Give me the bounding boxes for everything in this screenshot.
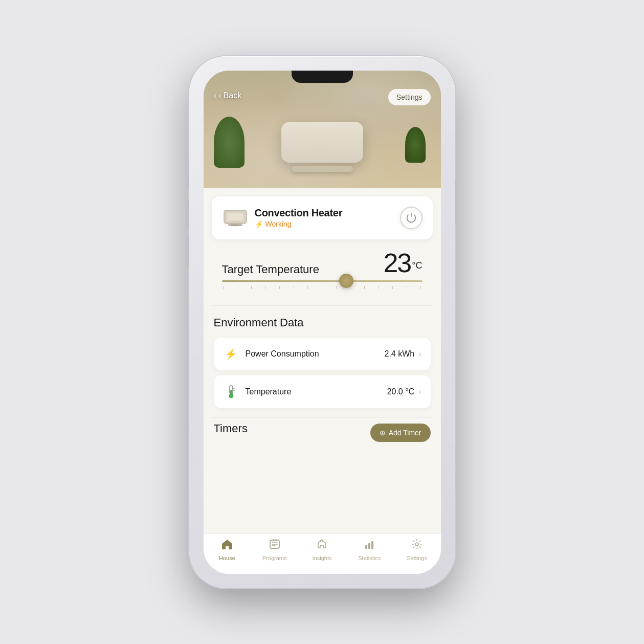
temperature-slider-track[interactable] — [222, 280, 423, 282]
temperature-slider-thumb[interactable] — [339, 274, 353, 288]
power-consumption-card[interactable]: ⚡ Power Consumption 2.4 kWh › — [214, 338, 431, 370]
main-content: Convection Heater ⚡ Working — [204, 188, 441, 574]
svg-rect-17 — [371, 541, 373, 549]
settings-icon — [411, 539, 423, 553]
svg-rect-16 — [368, 543, 370, 549]
device-card: Convection Heater ⚡ Working — [212, 196, 433, 239]
power-consumption-value: 2.4 kWh — [384, 349, 414, 359]
statistics-icon — [364, 539, 375, 553]
tick-3 — [251, 286, 252, 289]
status-bolt-icon: ⚡ — [255, 220, 263, 228]
phone-shell: ‹ ‹ Back Settings — [189, 56, 455, 588]
tab-settings[interactable]: Settings — [393, 538, 441, 561]
device-icon — [222, 205, 249, 231]
tick-5 — [279, 286, 280, 289]
temperature-slider-container — [222, 276, 423, 297]
tab-bar: House Programs — [204, 533, 441, 574]
plant-right-decoration — [405, 127, 426, 163]
phone-wrapper: ‹ ‹ Back Settings — [189, 56, 455, 588]
tick-14 — [407, 286, 407, 289]
tab-statistics[interactable]: Statistics — [346, 538, 393, 561]
device-info: Convection Heater ⚡ Working — [255, 207, 394, 228]
timers-section: Timers ⊕ Add Timer — [204, 418, 441, 458]
tick-1 — [223, 286, 224, 289]
svg-rect-6 — [230, 390, 232, 395]
tick-13 — [392, 286, 393, 289]
tick-8 — [322, 286, 322, 289]
back-button[interactable]: ‹ ‹ Back — [214, 91, 242, 100]
tab-insights[interactable]: Insights — [298, 538, 346, 561]
notch — [292, 71, 353, 83]
insights-icon — [316, 539, 327, 553]
thermometer-icon — [227, 385, 236, 399]
tick-11 — [364, 286, 365, 289]
tab-programs[interactable]: Programs — [251, 538, 298, 561]
heater-device-icon — [223, 208, 248, 228]
power-button[interactable] — [400, 207, 423, 229]
heater-illustration — [281, 122, 363, 173]
tab-statistics-label: Statistics — [358, 555, 381, 561]
tick-7 — [307, 286, 308, 289]
temperature-env-label: Temperature — [246, 387, 387, 396]
svg-rect-15 — [365, 545, 367, 549]
slider-ticks — [222, 286, 423, 289]
settings-overlay-button[interactable]: Settings — [388, 89, 431, 105]
svg-rect-3 — [231, 225, 239, 226]
tick-15 — [420, 286, 421, 289]
tab-house-label: House — [219, 555, 235, 561]
tab-house[interactable]: House — [204, 538, 251, 561]
svg-rect-1 — [227, 213, 243, 221]
power-consumption-label: Power Consumption — [246, 349, 385, 359]
add-timer-label: Add Timer — [389, 429, 421, 437]
settings-overlay-label: Settings — [396, 93, 423, 101]
power-chevron-icon: › — [418, 349, 421, 359]
device-name: Convection Heater — [255, 207, 394, 219]
house-icon — [221, 539, 233, 553]
device-status: ⚡ Working — [255, 220, 394, 228]
tick-2 — [237, 286, 237, 289]
heater-body — [281, 122, 363, 163]
back-label: ‹ Back — [218, 91, 241, 100]
timers-header: Timers ⊕ Add Timer — [214, 422, 431, 443]
svg-rect-14 — [275, 539, 277, 541]
power-icon-wrapper: ⚡ — [223, 346, 239, 362]
temperature-section: Target Temperature 23°C — [212, 239, 433, 305]
add-timer-button[interactable]: ⊕ Add Timer — [370, 424, 431, 442]
timers-title: Timers — [214, 422, 248, 435]
add-timer-plus-icon: ⊕ — [380, 429, 386, 437]
temperature-display-row: Target Temperature 23°C — [222, 250, 423, 276]
svg-point-18 — [415, 543, 418, 546]
thermometer-icon-wrapper — [223, 384, 239, 400]
tab-settings-label: Settings — [407, 555, 427, 561]
tab-programs-label: Programs — [262, 555, 287, 561]
tab-insights-label: Insights — [313, 555, 332, 561]
temperature-env-value: 20.0 °C — [387, 387, 415, 396]
status-text: Working — [265, 220, 292, 228]
svg-rect-13 — [273, 539, 274, 541]
environment-title: Environment Data — [214, 316, 431, 329]
environment-section: Environment Data ⚡ Power Consumption 2.4… — [204, 306, 441, 417]
temperature-card[interactable]: Temperature 20.0 °C › — [214, 375, 431, 408]
phone-screen: ‹ ‹ Back Settings — [204, 71, 441, 574]
tick-12 — [379, 286, 379, 289]
temperature-chevron-icon: › — [418, 387, 421, 396]
temperature-value: 23 — [383, 248, 411, 278]
back-chevron-icon: ‹ — [214, 91, 216, 100]
tick-9 — [336, 286, 337, 289]
programs-icon — [269, 539, 280, 553]
hero-image: ‹ ‹ Back Settings — [204, 71, 441, 188]
bolt-icon: ⚡ — [225, 348, 237, 360]
temperature-unit: °C — [412, 260, 422, 271]
tick-6 — [294, 286, 294, 289]
power-icon — [406, 213, 416, 223]
tick-4 — [265, 286, 265, 289]
temperature-value-group: 23°C — [383, 250, 422, 276]
plant-left-decoration — [214, 117, 245, 168]
thermometer-svg — [227, 385, 236, 399]
temperature-label: Target Temperature — [222, 263, 319, 276]
